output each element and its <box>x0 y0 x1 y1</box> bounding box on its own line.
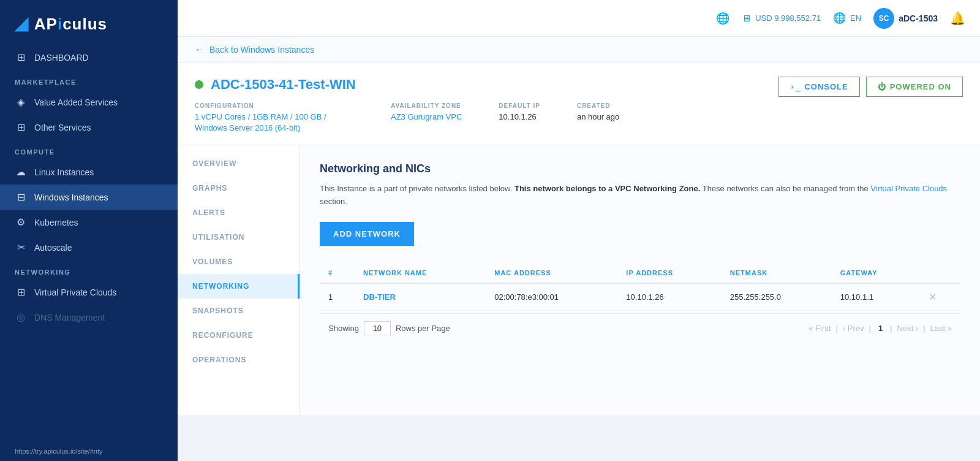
username: aDC-1503 <box>899 13 938 23</box>
instance-header: ADC-1503-41-Test-WIN CONFIGURATION 1 vCP… <box>178 63 980 145</box>
row-network-name[interactable]: DB-TIER <box>355 283 486 311</box>
sidebar-footer: https://try.apiculus.io/site/#rity <box>0 441 178 461</box>
pagination-bar: Showing Rows per Page « First | ‹ Prev |… <box>320 313 960 343</box>
first-page-link[interactable]: « First <box>809 324 831 333</box>
tab-volumes[interactable]: VOLUMES <box>178 250 300 274</box>
page-content: ← Back to Windows Instances ADC-1503-41-… <box>178 37 980 461</box>
marketplace-section-label: MARKETPLACE <box>0 70 178 90</box>
col-mac-address: MAC ADDRESS <box>486 263 617 283</box>
kubernetes-icon: ⚙ <box>15 216 27 228</box>
nic-table: # NETWORK NAME MAC ADDRESS IP ADDRESS NE… <box>320 263 960 311</box>
col-network-name: NETWORK NAME <box>355 263 486 283</box>
console-icon: ›_ <box>790 82 801 91</box>
sidebar-item-dns-management[interactable]: ◎ DNS Management <box>0 305 178 330</box>
tab-nav: OVERVIEW GRAPHS ALERTS UTILISATION VOLUM… <box>178 145 300 415</box>
table-row: 1 DB-TIER 02:00:78:e3:00:01 10.10.1.26 2… <box>320 283 960 311</box>
sidebar-item-label: DASHBOARD <box>34 53 89 63</box>
az-label: AVAILABILITY ZONE <box>391 102 462 109</box>
linux-icon: ☁ <box>15 166 27 178</box>
body-layout: OVERVIEW GRAPHS ALERTS UTILISATION VOLUM… <box>178 145 980 415</box>
created-label: CREATED <box>577 102 619 109</box>
row-delete[interactable]: ✕ <box>920 283 960 311</box>
current-page: 1 <box>878 324 883 333</box>
col-gateway: GATEWAY <box>832 263 920 283</box>
col-netmask: NETMASK <box>722 263 832 283</box>
compute-section-label: COMPUTE <box>0 140 178 159</box>
instance-meta: CONFIGURATION 1 vCPU Cores / 1GB RAM / 1… <box>195 102 619 134</box>
row-gateway: 10.10.1.1 <box>832 283 920 311</box>
action-buttons: ›_ CONSOLE ⏻ POWERED ON <box>778 77 963 97</box>
section-description: This Instance is a part of private netwo… <box>320 183 960 208</box>
last-page-link[interactable]: Last » <box>930 324 952 333</box>
sidebar-section-networking: NETWORKING ⊞ Virtual Private Clouds ◎ DN… <box>0 260 178 330</box>
sidebar-item-autoscale[interactable]: ✂ Autoscale <box>0 235 178 260</box>
delete-icon[interactable]: ✕ <box>929 292 937 302</box>
pagination-left: Showing Rows per Page <box>328 321 450 335</box>
tab-operations[interactable]: OPERATIONS <box>178 348 300 372</box>
status-indicator <box>195 80 203 89</box>
instance-info: ADC-1503-41-Test-WIN CONFIGURATION 1 vCP… <box>195 77 619 134</box>
powered-on-button[interactable]: ⏻ POWERED ON <box>866 77 963 97</box>
language-item[interactable]: 🌐 EN <box>833 12 861 25</box>
sidebar-item-label: Linux Instances <box>34 167 94 177</box>
dashboard-icon: ⊞ <box>15 51 27 63</box>
console-button[interactable]: ›_ CONSOLE <box>778 77 860 97</box>
add-network-button[interactable]: ADD NETWORK <box>320 222 414 246</box>
az-value: AZ3 Gurugram VPC <box>391 112 462 123</box>
tab-overview[interactable]: OVERVIEW <box>178 151 300 176</box>
rows-per-page-input[interactable] <box>364 321 391 335</box>
sidebar-item-other-services[interactable]: ⊞ Other Services <box>0 115 178 140</box>
balance-item[interactable]: 🖥 USD 9,998,552.71 <box>742 13 821 23</box>
back-to-windows-link[interactable]: Back to Windows Instances <box>209 45 314 55</box>
showing-label: Showing <box>328 324 359 333</box>
main-content: 🌐 🖥 USD 9,998,552.71 🌐 EN SC aDC-1503 🔔 … <box>178 0 980 461</box>
avatar: SC <box>873 8 894 29</box>
tab-alerts[interactable]: ALERTS <box>178 200 300 225</box>
tab-utilisation[interactable]: UTILISATION <box>178 225 300 250</box>
other-services-icon: ⊞ <box>15 121 27 133</box>
sidebar-item-dashboard[interactable]: ⊞ DASHBOARD <box>0 45 178 70</box>
row-ip-address: 10.10.1.26 <box>617 283 721 311</box>
sidebar-item-value-added-services[interactable]: ◈ Value Added Services <box>0 90 178 115</box>
globe-item[interactable]: 🌐 <box>716 12 729 25</box>
breadcrumb: ← Back to Windows Instances <box>178 37 980 63</box>
dns-icon: ◎ <box>15 311 27 323</box>
billing-icon: 🖥 <box>742 13 751 23</box>
config-label: CONFIGURATION <box>195 102 354 109</box>
tab-reconfigure[interactable]: RECONFIGURE <box>178 323 300 348</box>
globe-icon: 🌐 <box>716 12 729 25</box>
tab-snapshots[interactable]: SNAPSHOTS <box>178 299 300 323</box>
az-block: AVAILABILITY ZONE AZ3 Gurugram VPC <box>391 102 462 134</box>
tab-networking[interactable]: NETWORKING <box>178 274 300 299</box>
sidebar-item-kubernetes[interactable]: ⚙ Kubernetes <box>0 210 178 235</box>
row-netmask: 255.255.255.0 <box>722 283 832 311</box>
col-ip-address: IP ADDRESS <box>617 263 721 283</box>
notification-bell[interactable]: 🔔 <box>950 11 965 26</box>
config-block: CONFIGURATION 1 vCPU Cores / 1GB RAM / 1… <box>195 102 354 134</box>
sidebar: ◢ APiculus ⊞ DASHBOARD MARKETPLACE ◈ Val… <box>0 0 178 461</box>
sidebar-section-dashboard: ⊞ DASHBOARD <box>0 45 178 70</box>
prev-page-link[interactable]: ‹ Prev <box>843 324 864 333</box>
section-title: Networking and NICs <box>320 162 960 175</box>
next-page-link[interactable]: Next › <box>897 324 919 333</box>
app-logo: ◢ APiculus <box>0 0 178 45</box>
sidebar-item-label: Value Added Services <box>34 97 118 107</box>
logo-text: APiculus <box>34 15 107 33</box>
col-actions <box>920 263 960 283</box>
row-num: 1 <box>320 283 355 311</box>
sidebar-item-virtual-private-clouds[interactable]: ⊞ Virtual Private Clouds <box>0 280 178 305</box>
networking-content: Networking and NICs This Instance is a p… <box>300 145 980 415</box>
sidebar-item-label: Autoscale <box>34 243 72 253</box>
ip-block: DEFAULT IP 10.10.1.26 <box>499 102 540 134</box>
balance-value: USD 9,998,552.71 <box>755 13 821 23</box>
sidebar-section-marketplace: MARKETPLACE ◈ Value Added Services ⊞ Oth… <box>0 70 178 140</box>
translate-icon: 🌐 <box>833 12 846 25</box>
user-item[interactable]: SC aDC-1503 <box>873 8 938 29</box>
sidebar-item-label: Other Services <box>34 123 91 132</box>
vpc-link[interactable]: Virtual Private Clouds <box>870 184 947 193</box>
tab-graphs[interactable]: GRAPHS <box>178 176 300 200</box>
sidebar-item-windows-instances[interactable]: ⊟ Windows Instances <box>0 185 178 210</box>
value-added-services-icon: ◈ <box>15 96 27 108</box>
sidebar-item-linux-instances[interactable]: ☁ Linux Instances <box>0 159 178 185</box>
power-icon: ⏻ <box>878 82 886 91</box>
